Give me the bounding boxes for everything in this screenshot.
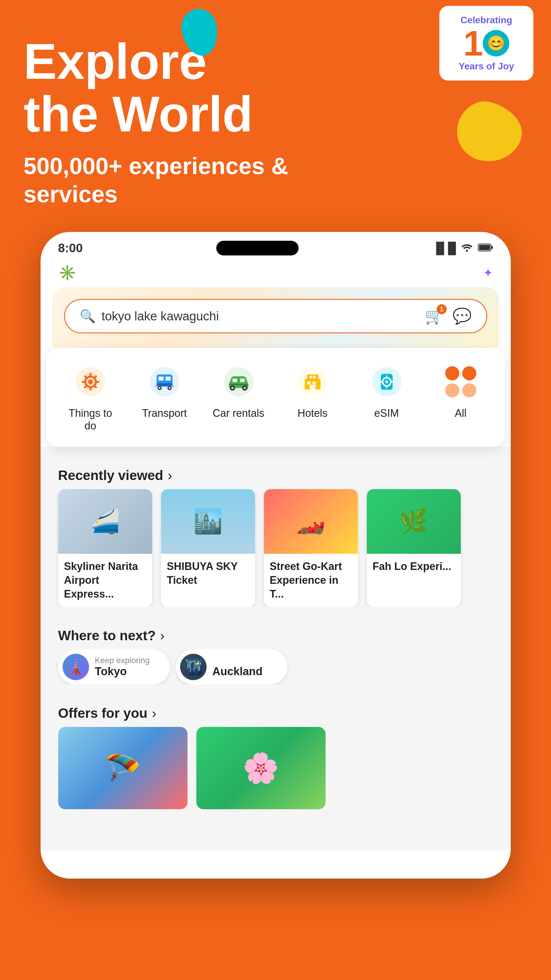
svg-point-6 bbox=[88, 379, 93, 384]
card-shibuya-title: SHIBUYA SKY Ticket bbox=[161, 554, 255, 593]
offers-section: Offers for you › 🪂 🌸 bbox=[41, 696, 511, 809]
recently-viewed-cards: 🚄 Skyliner Narita Airport Express... 🏙️ … bbox=[41, 489, 511, 607]
svg-rect-11 bbox=[157, 383, 173, 386]
hero-section: Celebrating 1 Years of Joy Explore the W… bbox=[0, 0, 551, 878]
offers-cards: 🪂 🌸 bbox=[41, 727, 511, 809]
phone-status-bar: 8:00 ▐▌█ bbox=[41, 232, 511, 258]
destination-tokyo[interactable]: 🗼 Keep exploring Tokyo bbox=[58, 649, 170, 684]
tokyo-info: Keep exploring Tokyo bbox=[95, 656, 150, 678]
category-item-things-to-do[interactable]: Things todo bbox=[64, 363, 117, 432]
dynamic-island bbox=[216, 241, 299, 255]
category-item-esim[interactable]: eSIM bbox=[360, 363, 413, 420]
recently-viewed-arrow[interactable]: › bbox=[167, 468, 172, 483]
esim-label: eSIM bbox=[374, 407, 399, 420]
card-shibuya[interactable]: 🏙️ SHIBUYA SKY Ticket bbox=[161, 489, 255, 607]
things-to-do-label: Things todo bbox=[68, 407, 112, 432]
status-time: 8:00 bbox=[58, 241, 83, 255]
category-item-transport[interactable]: Transport bbox=[138, 363, 191, 420]
sun-icon: ✳️ bbox=[58, 264, 76, 281]
status-icons: ▐▌█ bbox=[432, 242, 493, 255]
hotels-icon-wrap bbox=[294, 363, 332, 401]
all-icon-wrap bbox=[442, 363, 480, 401]
hero-subtitle: 500,000+ experiences & services bbox=[24, 152, 318, 208]
tokyo-subtitle: Keep exploring bbox=[95, 656, 150, 665]
cart-button[interactable]: 🛒 1 bbox=[425, 307, 444, 325]
card-gokart[interactable]: 🏎️ Street Go-Kart Experience in T... bbox=[264, 489, 358, 607]
all-dots-icon bbox=[445, 366, 476, 398]
sparkle-icon: ✦ bbox=[483, 266, 493, 280]
celebrating-badge: Celebrating 1 Years of Joy bbox=[439, 6, 534, 81]
category-item-hotels[interactable]: Hotels bbox=[286, 363, 339, 420]
svg-point-36 bbox=[385, 380, 388, 383]
svg-rect-3 bbox=[479, 245, 490, 250]
card-fah-title: Fah Lo Experi... bbox=[367, 554, 461, 579]
card-fah-image: 🌿 bbox=[367, 489, 461, 554]
auckland-info: Auckland bbox=[213, 656, 263, 678]
all-label: All bbox=[455, 407, 466, 420]
destination-auckland[interactable]: 🌃 Auckland bbox=[176, 649, 287, 684]
offers-arrow[interactable]: › bbox=[152, 705, 156, 721]
offer-card-1[interactable]: 🪂 bbox=[58, 727, 187, 809]
svg-rect-30 bbox=[307, 382, 311, 385]
signal-icon: ▐▌█ bbox=[432, 242, 456, 255]
hotels-icon bbox=[297, 366, 329, 398]
category-item-car-rentals[interactable]: Car rentals bbox=[212, 363, 265, 420]
esim-icon-wrap bbox=[368, 363, 406, 401]
where-to-next-header: Where to next? › bbox=[41, 619, 511, 649]
where-to-next-title: Where to next? bbox=[58, 628, 156, 643]
svg-point-0 bbox=[466, 250, 468, 251]
where-to-next-section: Where to next? › 🗼 Keep exploring Tokyo bbox=[41, 619, 511, 684]
card-gokart-title: Street Go-Kart Experience in T... bbox=[264, 554, 358, 607]
phone-gradient-area: 🔍 tokyo lake kawaguchi 🛒 1 💬 bbox=[52, 287, 499, 354]
transport-icon bbox=[148, 366, 181, 398]
svg-rect-29 bbox=[313, 375, 316, 379]
bottom-hint bbox=[41, 809, 511, 838]
svg-rect-24 bbox=[229, 384, 248, 385]
svg-rect-32 bbox=[310, 385, 316, 390]
tokyo-name: Tokyo bbox=[95, 665, 150, 678]
auckland-avatar: 🌃 bbox=[180, 654, 206, 680]
svg-point-15 bbox=[169, 387, 170, 389]
card-fah[interactable]: 🌿 Fah Lo Experi... bbox=[367, 489, 461, 607]
years-label: Years of Joy bbox=[451, 61, 522, 72]
search-bar[interactable]: 🔍 tokyo lake kawaguchi 🛒 1 💬 bbox=[64, 299, 487, 333]
battery-icon bbox=[478, 242, 493, 255]
decorative-yellow-shape bbox=[451, 95, 528, 169]
card-gokart-image: 🏎️ bbox=[264, 489, 358, 554]
card-skyliner[interactable]: 🚄 Skyliner Narita Airport Express... bbox=[58, 489, 152, 607]
svg-rect-27 bbox=[307, 374, 318, 380]
card-skyliner-title: Skyliner Narita Airport Express... bbox=[58, 554, 152, 607]
svg-rect-2 bbox=[491, 246, 493, 249]
offers-header: Offers for you › bbox=[41, 696, 511, 727]
svg-point-21 bbox=[231, 387, 233, 389]
things-to-do-icon-wrap bbox=[71, 363, 110, 401]
svg-rect-28 bbox=[310, 375, 312, 379]
search-input[interactable]: tokyo lake kawaguchi bbox=[102, 309, 219, 323]
category-grid: Things todo bbox=[64, 363, 487, 432]
car-rentals-icon bbox=[222, 366, 255, 398]
car-rentals-label: Car rentals bbox=[213, 407, 264, 420]
svg-point-13 bbox=[159, 387, 160, 389]
offer-card-2[interactable]: 🌸 bbox=[196, 727, 326, 809]
svg-point-23 bbox=[244, 387, 246, 389]
car-rentals-icon-wrap bbox=[219, 363, 258, 401]
category-section: Things todo bbox=[46, 348, 505, 447]
phone-wrapper: 8:00 ▐▌█ bbox=[24, 208, 527, 878]
esim-icon bbox=[371, 366, 403, 398]
svg-rect-9 bbox=[159, 377, 164, 381]
card-shibuya-image: 🏙️ bbox=[161, 489, 255, 554]
card-skyliner-image: 🚄 bbox=[58, 489, 152, 554]
number-1: 1 bbox=[464, 25, 483, 61]
things-to-do-icon bbox=[75, 366, 107, 398]
svg-rect-31 bbox=[312, 382, 316, 385]
message-button[interactable]: 💬 bbox=[453, 307, 472, 325]
phone-mockup: 8:00 ▐▌█ bbox=[41, 232, 511, 878]
svg-rect-19 bbox=[240, 379, 245, 382]
category-item-all[interactable]: All bbox=[434, 363, 487, 420]
recently-viewed-header: Recently viewed › bbox=[41, 458, 511, 489]
celebrating-number: 1 bbox=[451, 25, 522, 61]
offers-title: Offers for you bbox=[58, 705, 148, 721]
where-to-next-arrow[interactable]: › bbox=[160, 628, 165, 643]
phone-content: Recently viewed › 🚄 Skyliner Narita Airp… bbox=[41, 447, 511, 850]
transport-icon-wrap bbox=[146, 363, 184, 401]
